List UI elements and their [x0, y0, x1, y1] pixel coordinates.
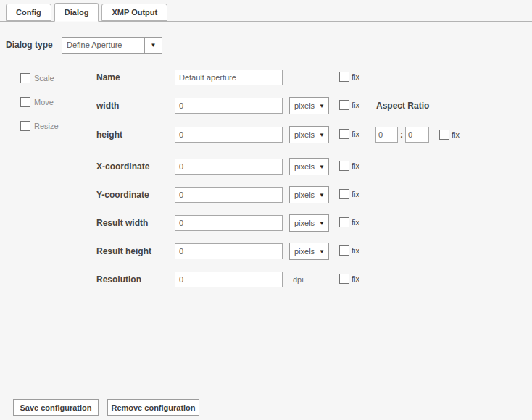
- name-fix: fix: [339, 72, 359, 82]
- field-row-result-width: Result width pixels ▼ fix: [0, 214, 532, 232]
- aspect-ratio-fix-checkbox[interactable]: [439, 130, 449, 140]
- width-input[interactable]: [175, 98, 283, 114]
- dialog-type-value: Define Aperture: [62, 38, 144, 53]
- fix-label: fix: [352, 274, 359, 284]
- aspect-ratio-left-input[interactable]: [375, 127, 398, 143]
- chevron-down-icon[interactable]: ▼: [315, 243, 328, 259]
- y-coordinate-unit-value: pixels: [290, 187, 315, 203]
- x-coordinate-unit-select[interactable]: pixels ▼: [289, 158, 329, 175]
- result-width-label: Result width: [96, 214, 148, 232]
- aspect-ratio-group: : fix: [375, 127, 460, 143]
- chevron-down-icon[interactable]: ▼: [315, 187, 328, 203]
- field-row-resolution: Resolution dpi fix: [0, 271, 532, 288]
- result-width-unit-select[interactable]: pixels ▼: [289, 214, 329, 232]
- name-label: Name: [96, 69, 120, 86]
- fix-label: fix: [352, 72, 359, 82]
- y-coordinate-label: Y-coordinate: [96, 186, 149, 203]
- field-row-y-coordinate: Y-coordinate pixels ▼ fix: [0, 186, 532, 203]
- resolution-fix-checkbox[interactable]: [339, 274, 349, 284]
- result-height-label: Result height: [96, 243, 151, 260]
- field-row-name: Name fix: [0, 69, 532, 86]
- fix-label: fix: [352, 161, 359, 171]
- width-fix-checkbox[interactable]: [339, 100, 349, 110]
- chevron-down-icon[interactable]: ▼: [315, 98, 328, 114]
- dialog-config-window: Config Dialog XMP Output Dialog type Def…: [0, 0, 532, 420]
- fix-label: fix: [352, 217, 359, 227]
- resolution-label: Resolution: [96, 271, 141, 288]
- tab-config[interactable]: Config: [6, 4, 51, 21]
- field-row-x-coordinate: X-coordinate pixels ▼ fix: [0, 158, 532, 175]
- width-unit-select[interactable]: pixels ▼: [289, 97, 329, 114]
- y-coordinate-input[interactable]: [175, 187, 283, 203]
- fix-label: fix: [352, 100, 359, 110]
- dialog-type-select[interactable]: Define Aperture ▼: [62, 37, 162, 54]
- result-width-unit-value: pixels: [290, 215, 315, 231]
- fix-label: fix: [352, 245, 359, 256]
- field-row-result-height: Result height pixels ▼ fix: [0, 243, 532, 260]
- chevron-down-icon[interactable]: ▼: [315, 127, 328, 143]
- width-label: width: [96, 97, 119, 114]
- x-coordinate-fix-checkbox[interactable]: [339, 161, 349, 171]
- resolution-input[interactable]: [175, 272, 283, 287]
- x-coordinate-unit-value: pixels: [290, 159, 315, 175]
- result-height-input[interactable]: [175, 243, 283, 259]
- height-fix-checkbox[interactable]: [339, 129, 349, 139]
- name-fix-checkbox[interactable]: [339, 72, 349, 82]
- field-row-width: width pixels ▼ fix Aspect Ratio: [0, 97, 532, 114]
- tab-bar: Config Dialog XMP Output: [0, 0, 532, 22]
- result-width-fix: fix: [339, 217, 359, 227]
- width-unit-value: pixels: [290, 98, 315, 114]
- chevron-down-icon[interactable]: ▼: [315, 159, 328, 175]
- result-height-fix: fix: [339, 245, 359, 256]
- aspect-ratio-right-input[interactable]: [405, 127, 429, 143]
- chevron-down-icon[interactable]: ▼: [144, 38, 162, 53]
- height-input[interactable]: [175, 127, 283, 143]
- fix-label: fix: [352, 189, 359, 199]
- save-configuration-button[interactable]: Save configuration: [13, 399, 99, 416]
- height-unit-select[interactable]: pixels ▼: [289, 126, 329, 143]
- fix-label: fix: [452, 130, 460, 139]
- height-label: height: [96, 126, 122, 143]
- chevron-down-icon[interactable]: ▼: [315, 215, 328, 231]
- resolution-unit-label: dpi: [293, 271, 304, 288]
- width-fix: fix: [339, 100, 359, 110]
- x-coordinate-input[interactable]: [175, 159, 283, 175]
- result-height-unit-value: pixels: [290, 243, 315, 259]
- result-width-input[interactable]: [175, 215, 283, 231]
- result-width-fix-checkbox[interactable]: [339, 217, 349, 227]
- aspect-ratio-label: Aspect Ratio: [376, 97, 429, 114]
- x-coordinate-fix: fix: [339, 161, 359, 171]
- result-height-fix-checkbox[interactable]: [339, 245, 349, 256]
- fix-label: fix: [352, 129, 359, 139]
- height-fix: fix: [339, 129, 359, 139]
- tab-xmp-output[interactable]: XMP Output: [101, 4, 167, 21]
- remove-configuration-button[interactable]: Remove configuration: [107, 399, 199, 416]
- y-coordinate-fix: fix: [339, 189, 359, 199]
- name-input[interactable]: [175, 70, 283, 85]
- result-height-unit-select[interactable]: pixels ▼: [289, 243, 329, 260]
- y-coordinate-fix-checkbox[interactable]: [339, 189, 349, 199]
- aspect-ratio-separator: :: [400, 130, 403, 140]
- dialog-type-label: Dialog type: [6, 37, 53, 54]
- y-coordinate-unit-select[interactable]: pixels ▼: [289, 186, 329, 203]
- tab-dialog[interactable]: Dialog: [54, 3, 99, 22]
- height-unit-value: pixels: [290, 127, 315, 143]
- x-coordinate-label: X-coordinate: [96, 158, 149, 175]
- field-row-height: height pixels ▼ fix : fix: [0, 126, 532, 143]
- resolution-fix: fix: [339, 274, 359, 284]
